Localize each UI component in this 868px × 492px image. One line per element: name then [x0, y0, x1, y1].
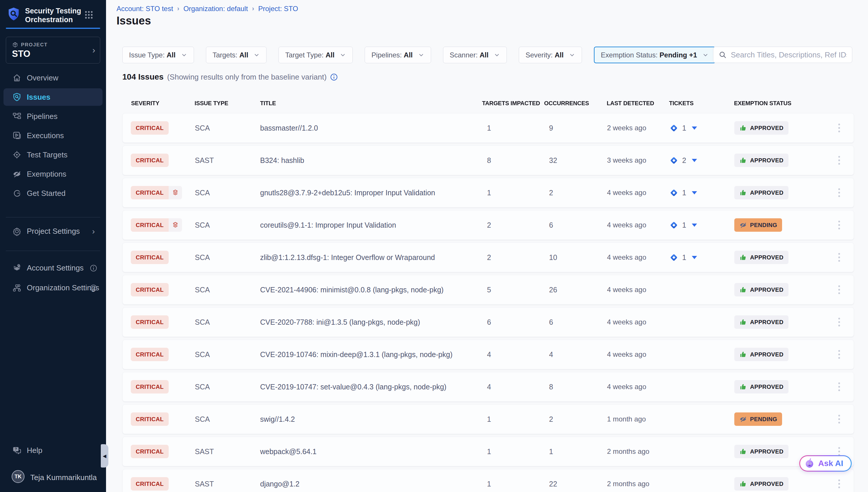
- sidebar-item-project-settings[interactable]: Project Settings ›: [0, 222, 106, 241]
- issue-title[interactable]: webpack@5.64.1: [260, 437, 317, 466]
- row-menu-button[interactable]: [833, 243, 845, 272]
- issue-title[interactable]: swig//1.4.2: [260, 404, 295, 434]
- row-menu-button[interactable]: [833, 308, 845, 337]
- ticket-caret-down-icon[interactable]: [692, 159, 697, 162]
- sidebar-item-executions[interactable]: Executions: [0, 126, 106, 145]
- chevron-down-icon: [254, 52, 260, 58]
- issue-title[interactable]: zlib@1:1.2.13.dfsg-1: Integer Overflow o…: [260, 243, 435, 272]
- sidebar-item-get-started[interactable]: Get Started: [0, 183, 106, 203]
- status-badge: APPROVED: [734, 380, 788, 393]
- exemption-status-cell: APPROVED: [734, 437, 788, 466]
- exemption-status-cell: APPROVED: [734, 469, 788, 492]
- row-menu-button[interactable]: [833, 340, 845, 369]
- breadcrumb-organization[interactable]: Organization: default: [184, 5, 248, 13]
- thumbs-up-icon: [739, 156, 747, 164]
- issue-title[interactable]: CVE-2021-44906: minimist@0.0.8 (lang-pkg…: [260, 275, 444, 304]
- status-badge: APPROVED: [734, 445, 788, 458]
- jira-ticket-icon[interactable]: [669, 156, 678, 165]
- table-row[interactable]: CRITICAL SCA CVE-2020-7788: ini@1.3.5 (l…: [122, 307, 854, 337]
- table-row[interactable]: CRITICAL SCA CVE-2019-10746: mixin-deep@…: [122, 340, 854, 369]
- sidebar-item-account-settings[interactable]: Account Settings: [0, 259, 106, 278]
- filter-severity[interactable]: Severity: All: [519, 47, 582, 63]
- sidebar-item-overview[interactable]: Overview: [0, 68, 106, 88]
- severity-cell: CRITICAL: [131, 275, 169, 304]
- issues-count: 104 Issues: [122, 72, 164, 82]
- filter-exemption-status[interactable]: Exemption Status: Pending +1: [594, 47, 716, 63]
- col-exemption-status: EXEMPTION STATUS: [734, 100, 791, 107]
- issue-title[interactable]: coreutils@9.1-1: Improper Input Validati…: [260, 211, 396, 240]
- sidebar-item-exemptions[interactable]: Exemptions: [0, 164, 106, 183]
- ticket-count: 1: [682, 189, 686, 197]
- thumbs-up-icon: [739, 253, 747, 261]
- sidebar-item-issues[interactable]: Issues: [0, 88, 106, 107]
- status-badge: APPROVED: [734, 315, 788, 329]
- row-menu-button[interactable]: [833, 372, 845, 401]
- issue-type-cell: SCA: [195, 243, 210, 272]
- breadcrumb-account[interactable]: Account: STO test: [116, 5, 173, 13]
- ticket-caret-down-icon[interactable]: [692, 191, 697, 194]
- table-row[interactable]: CRITICAL SAST B324: hashlib 8 32 3 weeks…: [122, 145, 854, 175]
- issue-title[interactable]: django@1.2: [260, 469, 299, 492]
- table-row[interactable]: CRITICAL SCA swig//1.4.2 1 2 1 month ago: [122, 404, 854, 434]
- row-menu-button[interactable]: [833, 114, 845, 143]
- issue-title[interactable]: bassmaster//1.2.0: [260, 114, 318, 143]
- ticket-caret-down-icon[interactable]: [692, 256, 697, 259]
- project-selector[interactable]: PROJECT STO ›: [6, 37, 100, 64]
- row-menu-button[interactable]: [833, 469, 845, 492]
- search-input[interactable]: [731, 50, 847, 59]
- issue-title[interactable]: CVE-2019-10746: mixin-deep@1.3.1 (lang-p…: [260, 340, 452, 369]
- issue-title[interactable]: CVE-2020-7788: ini@1.3.5 (lang-pkgs, nod…: [260, 308, 420, 337]
- jira-ticket-icon[interactable]: [669, 124, 678, 132]
- filter-scanner[interactable]: Scanner: All: [443, 47, 507, 63]
- jira-ticket-icon[interactable]: [669, 221, 678, 230]
- status-badge: APPROVED: [734, 348, 788, 361]
- sidebar-item-test-targets[interactable]: Test Targets: [0, 145, 106, 164]
- sidebar-collapse-handle[interactable]: ◀: [101, 444, 108, 468]
- targets-impacted-cell: 1: [487, 178, 491, 207]
- sidebar-item-pipelines[interactable]: Pipelines: [0, 107, 106, 126]
- filter-targets[interactable]: Targets: All: [206, 47, 267, 63]
- table-row[interactable]: CRITICAL SCA bassmaster//1.2.0 1 9 2 wee…: [122, 113, 854, 143]
- table-row[interactable]: CRITICAL SCA CVE-2021-44906: minimist@0.…: [122, 275, 854, 304]
- table-row[interactable]: CRITICAL SCA CVE-2019-10747: set-value@0…: [122, 372, 854, 402]
- thumbs-up-icon: [739, 383, 747, 391]
- issue-title[interactable]: gnutls28@3.7.9-2+deb12u5: Improper Input…: [260, 178, 435, 207]
- user-menu[interactable]: TK Teja Kummarikuntla: [0, 467, 106, 487]
- row-menu-button[interactable]: [833, 275, 845, 304]
- jira-ticket-icon[interactable]: [669, 188, 678, 197]
- table-row[interactable]: CRITICAL SAST django@1.2 1 22 2 months a…: [122, 469, 854, 492]
- status-label: APPROVED: [750, 157, 784, 164]
- row-menu-button[interactable]: [833, 146, 845, 175]
- issue-title[interactable]: CVE-2019-10747: set-value@0.4.3 (lang-pk…: [260, 372, 447, 401]
- status-badge: APPROVED: [734, 154, 788, 167]
- module-accent-bar: [6, 28, 100, 29]
- filter-pipelines[interactable]: Pipelines: All: [365, 47, 431, 63]
- table-row[interactable]: CRITICAL SCA zlib@1:1.2.13.dfsg-1: Integ…: [122, 243, 854, 272]
- filter-target-type[interactable]: Target Type: All: [279, 47, 353, 63]
- info-icon[interactable]: [89, 263, 98, 273]
- occurrences-cell: 6: [549, 308, 553, 337]
- info-icon[interactable]: [330, 73, 338, 81]
- home-icon: [12, 73, 22, 83]
- issue-title[interactable]: B324: hashlib: [260, 146, 305, 175]
- sidebar-item-help[interactable]: ? Help: [0, 441, 106, 460]
- table-row[interactable]: CRITICAL SCA gnutls28@3.7.9-2+deb12u5: I…: [122, 178, 854, 207]
- ticket-caret-down-icon[interactable]: [692, 126, 697, 130]
- ask-ai-button[interactable]: Ask AI: [799, 455, 852, 472]
- severity-badge: CRITICAL: [131, 121, 169, 135]
- sidebar-nav: Overview Issues Pipelines: [0, 68, 106, 203]
- row-menu-button[interactable]: [833, 211, 845, 240]
- ticket-caret-down-icon[interactable]: [692, 224, 697, 227]
- severity-badge: CRITICAL: [131, 251, 169, 264]
- row-menu-button[interactable]: [833, 178, 845, 207]
- row-menu-button[interactable]: [833, 404, 845, 434]
- app-grid-icon[interactable]: [84, 10, 94, 20]
- table-row[interactable]: CRITICAL SAST webpack@5.64.1 1 1 2 month…: [122, 437, 854, 466]
- filter-issue-type[interactable]: Issue Type: All: [122, 47, 194, 63]
- severity-cell: CRITICAL: [131, 372, 169, 401]
- table-row[interactable]: CRITICAL SCA coreutils@9.1-1: Improper I…: [122, 210, 854, 240]
- info-icon[interactable]: [89, 283, 98, 293]
- breadcrumb-project[interactable]: Project: STO: [258, 5, 298, 13]
- sidebar-item-organization-settings[interactable]: Organization Settings: [0, 278, 106, 298]
- jira-ticket-icon[interactable]: [669, 253, 678, 262]
